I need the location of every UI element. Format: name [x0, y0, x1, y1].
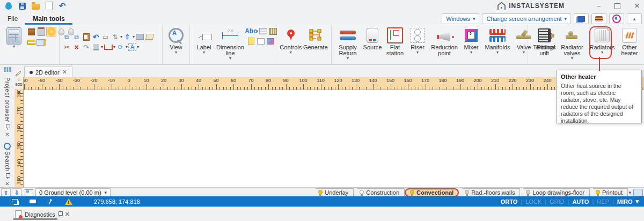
close-icon[interactable]: ✕: [62, 69, 67, 76]
image-icon[interactable]: [266, 37, 275, 46]
reduction-point-button[interactable]: Reduction point: [429, 27, 460, 57]
other-heater-button[interactable]: Other heater: [618, 27, 641, 57]
connect-nodes-icon[interactable]: [104, 43, 113, 51]
pen-mode-icon[interactable]: [48, 198, 53, 205]
riser-button[interactable]: Riser ▾: [406, 27, 429, 55]
controls-button[interactable]: Controls ▾: [279, 27, 303, 55]
theme-button[interactable]: [609, 13, 624, 24]
calculations-button[interactable]: ▾: [3, 27, 25, 49]
chevron-down-icon[interactable]: ▾: [126, 45, 128, 49]
screen-arrangement-dropdown[interactable]: Change screen arrangement▾: [482, 13, 571, 24]
new-sheet-icon[interactable]: [246, 37, 255, 46]
toggle-miro[interactable]: MIRO: [617, 198, 633, 205]
save-arrangement-button[interactable]: [574, 13, 589, 24]
mixer-button[interactable]: Mixer ▾: [460, 27, 482, 55]
frame-icon[interactable]: ▭: [101, 33, 110, 41]
undo-arrow-icon[interactable]: ↶: [91, 33, 100, 41]
copy-icon[interactable]: ⧉: [62, 33, 71, 41]
library-button[interactable]: [591, 13, 606, 24]
flat-station-button[interactable]: Flat station: [384, 27, 406, 57]
stamp-icon[interactable]: [91, 43, 100, 51]
tab-2d-editor[interactable]: 2D editor ✕: [24, 67, 72, 77]
layer-tab-rad-floors-walls[interactable]: Rad.-floors,walls: [459, 188, 520, 197]
label-button[interactable]: Label ▾: [193, 27, 215, 55]
pin-icon[interactable]: [5, 124, 10, 130]
generate-button[interactable]: Generate: [303, 27, 328, 51]
restore-button[interactable]: [614, 3, 620, 9]
app-logo-icon[interactable]: [4, 2, 13, 10]
layer-tab-construction[interactable]: Construction: [354, 188, 405, 197]
windows-dropdown[interactable]: Windows▾: [442, 13, 479, 24]
pencil-icon[interactable]: [14, 70, 22, 77]
select-text-icon[interactable]: A: [128, 43, 136, 51]
legend-icon[interactable]: [259, 27, 268, 35]
redo-icon[interactable]: ↷: [82, 43, 91, 51]
split-icon[interactable]: ⇅: [111, 33, 120, 41]
table-edit-icon[interactable]: [145, 33, 154, 41]
workbench-icon[interactable]: [27, 27, 36, 36]
chevron-down-icon[interactable]: ▾: [113, 45, 115, 49]
chevron-down-icon[interactable]: ▾: [133, 35, 135, 39]
level-up-button[interactable]: ⇧: [1, 188, 11, 197]
collapse-ribbon-button[interactable]: ▴: [627, 13, 642, 24]
chevron-down-icon[interactable]: ▾: [628, 190, 631, 195]
tab-file[interactable]: File: [0, 13, 25, 25]
radiator-valves-button[interactable]: Radiator valves ▾: [558, 27, 587, 61]
dock-search[interactable]: Search ✕: [4, 143, 11, 187]
new-document-icon[interactable]: [45, 2, 53, 10]
horizontal-ruler[interactable]: -60-50-40-30-20-100102030405060708090100…: [23, 77, 644, 90]
pin-icon[interactable]: [58, 211, 62, 217]
dimension-line-button[interactable]: 2.0 Dimension line ▾: [215, 27, 245, 61]
layer-tab-underlay[interactable]: Underlay: [312, 188, 354, 197]
tab-main-tools[interactable]: Main tools: [25, 13, 72, 25]
chevron-down-icon[interactable]: ▾: [635, 198, 639, 205]
chevron-down-icon[interactable]: ▾: [101, 45, 103, 49]
toggle-grid[interactable]: GRID: [550, 198, 565, 205]
text-abc-icon[interactable]: Abc: [246, 27, 255, 35]
view-button[interactable]: View ▾: [165, 27, 187, 55]
toggle-orto[interactable]: ORTO: [501, 198, 518, 205]
drawing-canvas[interactable]: [23, 90, 644, 187]
layer-tab-convectional[interactable]: Convectional: [405, 188, 459, 197]
minimize-button[interactable]: –: [597, 2, 601, 10]
move-up-icon[interactable]: ⇧: [123, 33, 132, 41]
chevron-down-icon[interactable]: ▾: [256, 30, 258, 33]
delete-icon[interactable]: ×: [72, 43, 81, 51]
source-button[interactable]: Source: [361, 27, 384, 51]
close-icon[interactable]: ✕: [65, 211, 70, 218]
cut-icon[interactable]: ✂: [62, 43, 71, 51]
rotate-icon[interactable]: ⟳: [116, 43, 125, 51]
toggle-auto[interactable]: AUTO: [572, 198, 589, 205]
copy-properties-icon[interactable]: ⧉: [72, 33, 81, 41]
layer-manager-icon[interactable]: [633, 189, 643, 196]
ruler-screen-icon[interactable]: [135, 33, 144, 41]
chevron-down-icon[interactable]: ▾: [120, 35, 122, 39]
building-icon[interactable]: [36, 27, 46, 36]
vertical-ruler[interactable]: 180170160150140130: [14, 90, 24, 187]
warning-icon[interactable]: [65, 198, 72, 205]
manifolds-button[interactable]: Manifolds ▾: [482, 27, 513, 55]
results-icon[interactable]: [27, 38, 36, 47]
report-edit-icon[interactable]: [36, 38, 46, 47]
dock-project-browser[interactable]: Project browser ✕: [4, 77, 11, 137]
toggle-lock[interactable]: LOCK: [525, 198, 541, 205]
snap-badge-icon[interactable]: [30, 200, 36, 203]
layer-tab-printout[interactable]: Printout: [590, 188, 628, 197]
dock-grip[interactable]: [4, 67, 11, 72]
pin-icon[interactable]: [5, 173, 10, 179]
undo-icon[interactable]: ↶: [58, 2, 67, 10]
chevron-down-icon[interactable]: ▾: [137, 45, 139, 49]
layer-tab-loop-drawings-floor[interactable]: Loop drawings-floor: [520, 188, 590, 197]
level-select-dropdown[interactable]: 0 Ground level (0.00 m) ▾: [35, 188, 111, 197]
windows-overlap-icon[interactable]: [12, 199, 18, 204]
save-icon[interactable]: [18, 2, 26, 10]
terminal-unit-button[interactable]: Terminal unit: [531, 27, 558, 57]
close-button[interactable]: ✕: [634, 2, 640, 10]
table-icon[interactable]: [256, 37, 265, 46]
level-down-button[interactable]: ⇩: [12, 188, 21, 197]
supply-return-button[interactable]: Supply Return ▾: [334, 27, 361, 61]
heat-load-sun-icon[interactable]: [46, 27, 56, 36]
toggle-rep[interactable]: REP: [597, 198, 609, 205]
close-icon[interactable]: ✕: [5, 131, 9, 137]
paste-icon[interactable]: [82, 33, 91, 41]
